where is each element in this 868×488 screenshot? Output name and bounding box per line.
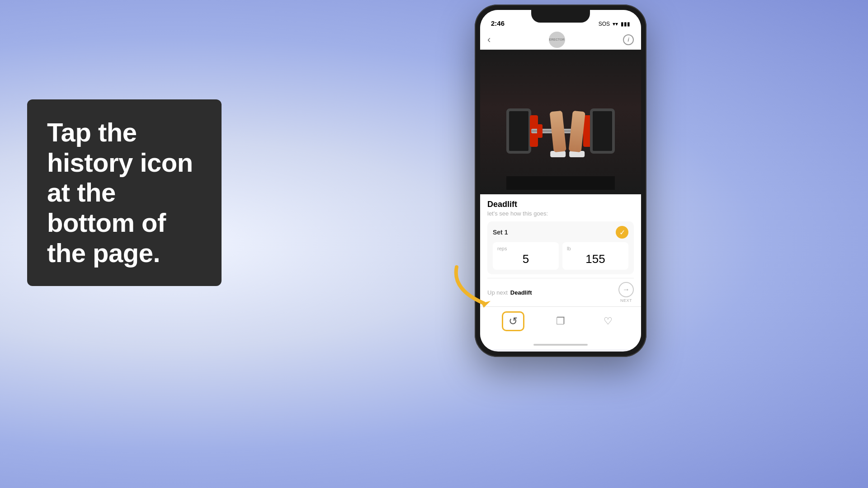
history-nav-item[interactable]: ↺	[502, 311, 524, 331]
back-button[interactable]: ‹	[487, 34, 491, 46]
exercise-title: Deadlift	[487, 200, 634, 209]
person-legs	[550, 111, 585, 157]
weight-input[interactable]: lb 155	[562, 242, 628, 270]
battery-icon: ▮▮▮	[621, 21, 630, 27]
phone-wrapper: 2:46 SOS ▾▾ ▮▮▮ ‹ ERECTOR i	[475, 5, 646, 357]
next-text: NEXT	[620, 298, 632, 303]
home-indicator	[480, 340, 641, 349]
exercise-subtitle: let's see how this goes:	[487, 210, 634, 217]
next-button[interactable]: → NEXT	[618, 282, 634, 303]
set-section: Set 1 ✓ reps 5 lb 155	[487, 221, 634, 274]
left-leg-group	[550, 111, 566, 157]
set-header: Set 1 ✓	[493, 226, 628, 239]
exercise-image	[480, 50, 641, 194]
right-plate-big	[590, 108, 615, 154]
set-check-button[interactable]: ✓	[616, 226, 628, 239]
status-icons: SOS ▾▾ ▮▮▮	[599, 21, 630, 27]
left-leg	[550, 111, 566, 152]
next-circle-icon: →	[618, 282, 634, 297]
gym-background	[480, 50, 641, 194]
left-plate-big	[506, 108, 531, 154]
up-next-exercise: Deadlift	[510, 289, 618, 296]
set-label: Set 1	[493, 229, 508, 236]
weight-label: lb	[567, 246, 624, 251]
favorites-nav-item[interactable]: ♡	[597, 311, 619, 331]
right-leg-group	[569, 111, 585, 157]
wifi-icon: ▾▾	[613, 21, 618, 27]
arrow-annotation	[448, 263, 506, 314]
reps-label: reps	[497, 246, 554, 251]
notes-nav-item[interactable]: ❐	[549, 311, 572, 331]
history-icon: ↺	[509, 315, 518, 328]
deadlift-scene	[506, 72, 615, 190]
home-bar	[533, 344, 588, 346]
up-next-bar: Up next Deadlift → NEXT	[487, 278, 634, 306]
phone-notch	[531, 10, 590, 23]
instruction-box: Tap the history icon at the bottom of th…	[27, 99, 222, 286]
status-time: 2:46	[491, 19, 505, 27]
info-button[interactable]: i	[623, 34, 634, 45]
weight-value: 155	[567, 252, 624, 266]
app-header: ‹ ERECTOR i	[480, 30, 641, 50]
set-inputs: reps 5 lb 155	[493, 242, 628, 270]
sos-indicator: SOS	[599, 21, 610, 27]
gym-floor	[506, 176, 615, 190]
app-logo: ERECTOR	[549, 32, 565, 48]
heart-icon: ♡	[604, 315, 613, 327]
right-leg	[569, 111, 585, 152]
arrow-svg	[448, 263, 506, 312]
notes-icon: ❐	[556, 315, 565, 327]
barbell-collar-left	[537, 124, 542, 138]
instruction-text: Tap the history icon at the bottom of th…	[47, 117, 202, 268]
